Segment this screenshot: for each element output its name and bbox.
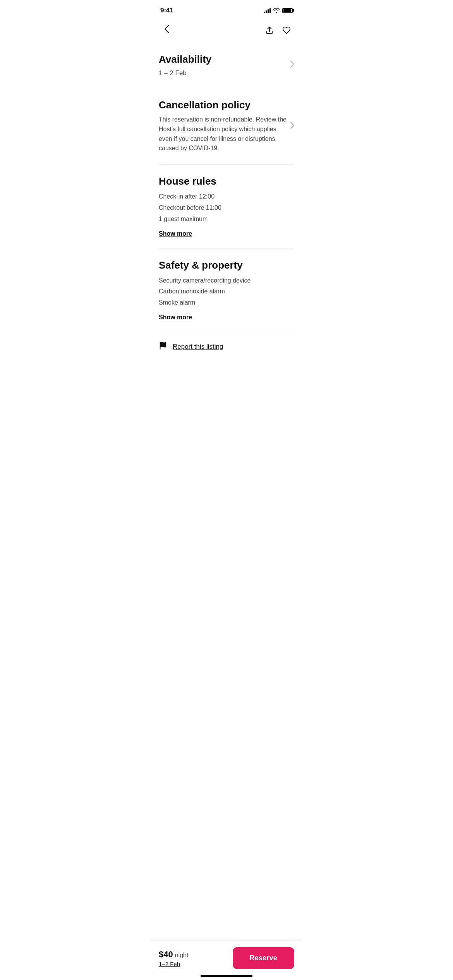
house-rules-section: House rules Check-in after 12:00 Checkou…	[151, 164, 302, 248]
cancellation-content: Cancellation policy This reservation is …	[159, 99, 287, 153]
availability-dates: 1 – 2 Feb	[159, 69, 287, 77]
house-rules-show-more[interactable]: Show more	[159, 230, 192, 237]
cancellation-section: Cancellation policy This reservation is …	[151, 88, 302, 164]
chevron-left-icon	[164, 25, 169, 36]
back-button[interactable]	[159, 22, 174, 38]
safety-item-carbon: Carbon monoxide alarm	[159, 286, 294, 297]
status-icons	[264, 7, 293, 14]
house-rule-checkout: Checkout before 11:00	[159, 202, 294, 214]
availability-chevron-icon	[290, 61, 294, 70]
cancellation-row[interactable]: Cancellation policy This reservation is …	[159, 99, 294, 153]
safety-item-smoke: Smoke alarm	[159, 297, 294, 308]
safety-show-more[interactable]: Show more	[159, 314, 192, 320]
heart-icon	[282, 26, 291, 34]
cancellation-text: This reservation is non-refundable. Revi…	[159, 115, 287, 153]
house-rule-guests: 1 guest maximum	[159, 214, 294, 225]
report-listing-link[interactable]: Report this listing	[159, 341, 294, 352]
status-bar: 9:41	[151, 0, 302, 19]
house-rule-checkin: Check-in after 12:00	[159, 191, 294, 202]
signal-icon	[264, 8, 271, 13]
availability-title: Availability	[159, 53, 287, 65]
safety-section: Safety & property Security camera/record…	[151, 248, 302, 332]
availability-content: Availability 1 – 2 Feb	[159, 53, 287, 77]
house-rules-title: House rules	[159, 175, 294, 187]
battery-icon	[282, 8, 293, 13]
cancellation-title: Cancellation policy	[159, 99, 287, 111]
safety-item-camera: Security camera/recording device	[159, 275, 294, 286]
status-time: 9:41	[160, 7, 173, 14]
nav-bar	[151, 19, 302, 43]
safety-list: Security camera/recording device Carbon …	[159, 275, 294, 308]
scroll-spacer	[151, 365, 302, 411]
wifi-icon	[273, 7, 280, 14]
nav-right-buttons	[262, 22, 294, 38]
favorite-button[interactable]	[279, 22, 294, 38]
flag-icon	[159, 341, 167, 352]
share-icon	[265, 26, 274, 34]
cancellation-chevron-icon	[290, 122, 294, 131]
report-section: Report this listing	[151, 332, 302, 365]
availability-section: Availability 1 – 2 Feb	[151, 43, 302, 88]
safety-title: Safety & property	[159, 259, 294, 271]
report-text: Report this listing	[173, 343, 223, 351]
availability-row[interactable]: Availability 1 – 2 Feb	[159, 53, 294, 77]
share-button[interactable]	[262, 22, 277, 38]
house-rules-list: Check-in after 12:00 Checkout before 11:…	[159, 191, 294, 224]
